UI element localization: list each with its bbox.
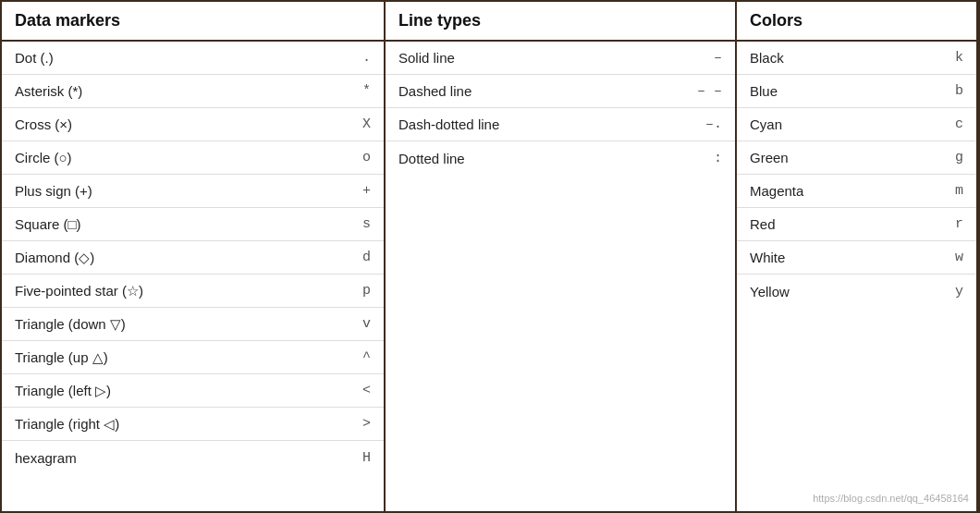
marker-label: Triangle (right ◁) — [15, 416, 343, 433]
color-symbol: w — [936, 250, 963, 265]
marker-symbol: o — [343, 150, 371, 165]
linetypes-column: Line types Solid line–Dashed line– –Dash… — [386, 2, 737, 511]
color-row: Yellowy — [737, 275, 976, 308]
markers-row: Plus sign (+)+ — [2, 175, 384, 208]
color-row: Redr — [737, 208, 976, 241]
reference-table: Data markers Dot (.).Asterisk (*)*Cross … — [0, 0, 980, 513]
marker-label: Circle (○) — [15, 150, 343, 165]
linetype-label: Dashed line — [398, 83, 694, 99]
marker-symbol: H — [343, 450, 371, 466]
markers-row: Triangle (left ▷)< — [2, 374, 384, 408]
markers-header: Data markers — [2, 2, 384, 42]
markers-row: Square (□)s — [2, 208, 384, 241]
markers-row: Triangle (up △)^ — [2, 341, 384, 374]
markers-row: Circle (○)o — [2, 141, 384, 175]
marker-symbol: s — [343, 216, 371, 232]
markers-row: Diamond (◇)d — [2, 241, 384, 275]
colors-column: Colors BlackkBluebCyancGreengMagentamRed… — [737, 2, 978, 511]
marker-label: Dot (.) — [15, 50, 343, 66]
marker-symbol: * — [343, 83, 371, 99]
linetype-label: Dotted line — [398, 151, 694, 166]
markers-row: Five-pointed star (☆)p — [2, 275, 384, 308]
marker-label: Five-pointed star (☆) — [15, 283, 343, 299]
marker-symbol: ^ — [343, 349, 371, 365]
marker-symbol: + — [343, 183, 371, 199]
color-row: Blackk — [737, 42, 976, 75]
marker-symbol: > — [343, 416, 371, 432]
color-symbol: m — [936, 183, 963, 199]
marker-symbol: p — [343, 283, 371, 299]
markers-row: Cross (×)X — [2, 108, 384, 141]
color-label: Yellow — [750, 284, 936, 299]
linetype-label: Dash-dotted line — [398, 116, 694, 132]
color-symbol: b — [936, 83, 963, 99]
color-label: White — [750, 250, 936, 265]
color-row: Greeng — [737, 141, 976, 175]
color-symbol: k — [936, 50, 963, 66]
marker-label: Triangle (up △) — [15, 349, 343, 366]
linetype-symbol: –. — [694, 116, 722, 132]
markers-row: Asterisk (*)* — [2, 75, 384, 108]
color-label: Magenta — [750, 183, 936, 199]
markers-row: Dot (.). — [2, 42, 384, 75]
marker-label: Plus sign (+) — [15, 183, 343, 199]
linetype-symbol: – – — [694, 83, 722, 99]
linetype-row: Dashed line– – — [386, 75, 735, 108]
color-row: Cyanc — [737, 108, 976, 141]
color-label: Blue — [750, 83, 936, 99]
color-symbol: r — [936, 216, 963, 232]
linetype-symbol: – — [694, 50, 722, 66]
markers-row: Triangle (down ▽)v — [2, 308, 384, 341]
marker-label: Square (□) — [15, 216, 343, 232]
linetypes-header: Line types — [386, 2, 735, 42]
colors-body: BlackkBluebCyancGreengMagentamRedrWhitew… — [737, 42, 976, 511]
color-symbol: y — [936, 284, 963, 299]
linetype-row: Solid line– — [386, 42, 735, 75]
color-row: Whitew — [737, 241, 976, 275]
color-label: Green — [750, 150, 936, 165]
linetype-row: Dash-dotted line–. — [386, 108, 735, 141]
marker-label: Cross (×) — [15, 116, 343, 132]
markers-body: Dot (.).Asterisk (*)*Cross (×)XCircle (○… — [2, 42, 384, 511]
marker-label: Asterisk (*) — [15, 83, 343, 99]
linetype-label: Solid line — [398, 50, 694, 66]
linetype-symbol: : — [694, 151, 722, 166]
markers-row: hexagramH — [2, 441, 384, 474]
marker-symbol: v — [343, 316, 371, 332]
color-symbol: c — [936, 116, 963, 132]
marker-label: Triangle (down ▽) — [15, 316, 343, 333]
markers-column: Data markers Dot (.).Asterisk (*)*Cross … — [2, 2, 386, 511]
marker-label: Triangle (left ▷) — [15, 383, 343, 399]
marker-symbol: . — [343, 50, 371, 66]
watermark: https://blog.csdn.net/qq_46458164 — [813, 493, 969, 504]
marker-symbol: < — [343, 383, 371, 398]
linetypes-body: Solid line–Dashed line– –Dash-dotted lin… — [386, 42, 735, 511]
linetype-row: Dotted line: — [386, 141, 735, 175]
color-label: Cyan — [750, 116, 936, 132]
color-symbol: g — [936, 150, 963, 165]
colors-header: Colors — [737, 2, 976, 42]
color-label: Black — [750, 50, 936, 66]
color-label: Red — [750, 216, 936, 232]
color-row: Magentam — [737, 175, 976, 208]
color-row: Blueb — [737, 75, 976, 108]
markers-row: Triangle (right ◁)> — [2, 408, 384, 441]
marker-label: Diamond (◇) — [15, 250, 343, 266]
marker-symbol: d — [343, 250, 371, 265]
marker-symbol: X — [343, 116, 371, 132]
marker-label: hexagram — [15, 450, 343, 466]
